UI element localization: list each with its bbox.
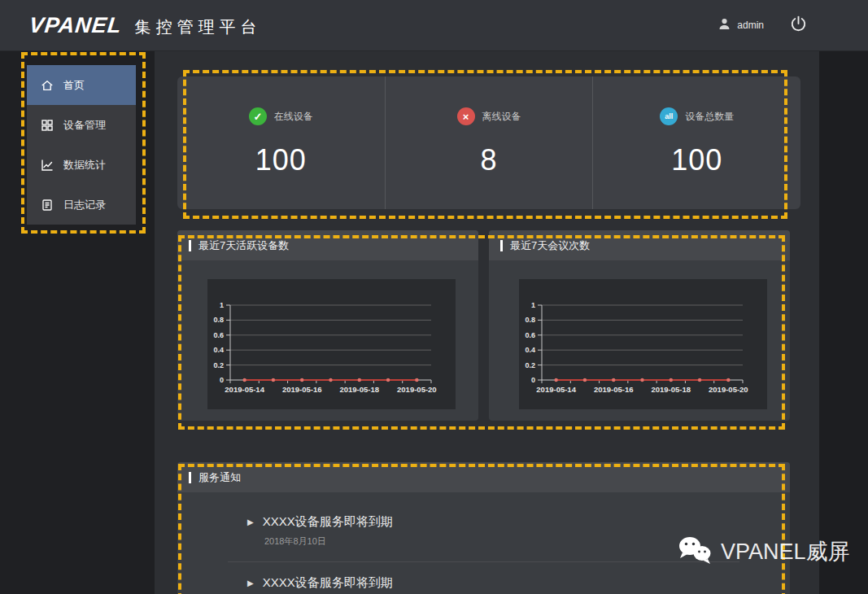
sidebar-item-home[interactable]: 首页: [27, 65, 136, 105]
brand: VPANEL 集控管理平台: [29, 13, 262, 38]
svg-text:2019-05-18: 2019-05-18: [651, 385, 691, 394]
chart-plot-area: 00.20.40.60.812019-05-142019-05-162019-0…: [207, 279, 456, 409]
notice-list: ▶XXXX设备服务即将到期2018年8月10日▶XXXX设备服务即将到期2018…: [177, 492, 790, 594]
svg-text:0: 0: [531, 376, 535, 384]
svg-text:2019-05-20: 2019-05-20: [397, 385, 437, 394]
chart-title: 最近7天活跃设备数: [198, 238, 289, 253]
svg-text:0.4: 0.4: [525, 346, 535, 354]
stat-head: all设备总数量: [660, 107, 734, 125]
title-accent-bar: [189, 240, 191, 251]
svg-text:0.6: 0.6: [525, 331, 535, 339]
svg-text:0.2: 0.2: [525, 361, 535, 369]
log-file-icon: [41, 199, 54, 212]
sidebar-item-label: 首页: [63, 78, 85, 93]
svg-text:2019-05-16: 2019-05-16: [594, 385, 634, 394]
sidebar-item-devices[interactable]: 设备管理: [27, 105, 136, 145]
chart-card-1: 最近7天活跃设备数00.20.40.60.812019-05-142019-05…: [177, 230, 478, 421]
user-menu[interactable]: admin: [718, 0, 764, 50]
notice-divider: [228, 561, 739, 562]
power-icon: [789, 15, 808, 37]
sidebar-item-label: 数据统计: [63, 158, 106, 173]
sidebar-item-stats[interactable]: 数据统计: [27, 145, 136, 185]
svg-text:0.2: 0.2: [213, 361, 224, 369]
svg-text:2019-05-20: 2019-05-20: [709, 385, 748, 394]
chart-card-header: 最近7天活跃设备数: [177, 230, 478, 260]
device-stats-card: ✓在线设备100×离线设备8all设备总数量100: [177, 76, 800, 209]
stat-label: 设备总数量: [685, 110, 734, 124]
sidebar-menu: 首页设备管理数据统计日志记录: [27, 65, 136, 225]
notice-title-row: ▶XXXX设备服务即将到期: [247, 514, 790, 530]
expand-arrow-icon: ▶: [247, 579, 254, 587]
chart-card-2: 最近7天会议次数00.20.40.60.812019-05-142019-05-…: [489, 230, 790, 421]
vpanel-logo: VPANEL: [28, 13, 123, 38]
svg-text:2019-05-18: 2019-05-18: [339, 385, 379, 394]
stat-label: 在线设备: [274, 110, 313, 124]
svg-text:0: 0: [220, 376, 224, 384]
notice-item[interactable]: ▶XXXX设备服务即将到期2018年8月10日: [177, 575, 790, 594]
svg-text:0.6: 0.6: [213, 331, 224, 339]
title-accent-bar: [500, 240, 503, 251]
svg-text:1: 1: [220, 301, 224, 309]
line-chart-plot: 00.20.40.60.812019-05-142019-05-162019-0…: [207, 279, 456, 409]
notice-title: XXXX设备服务即将到期: [263, 575, 393, 591]
stat-item: all设备总数量100: [592, 76, 800, 209]
svg-text:2019-05-14: 2019-05-14: [225, 385, 264, 394]
x-circle-icon: ×: [457, 107, 475, 125]
notice-item[interactable]: ▶XXXX设备服务即将到期2018年8月10日: [177, 514, 790, 548]
title-accent-bar: [189, 472, 191, 483]
svg-text:0.4: 0.4: [213, 346, 224, 354]
stat-label: 离线设备: [482, 110, 521, 124]
charts-row: 最近7天活跃设备数00.20.40.60.812019-05-142019-05…: [177, 230, 790, 421]
stat-value: 100: [255, 143, 307, 177]
notice-card-title: 服务通知: [198, 470, 241, 485]
stat-head: ✓在线设备: [249, 107, 313, 125]
right-edge-background: [819, 50, 868, 594]
user-icon: [718, 17, 731, 34]
all-circle-icon: all: [660, 107, 678, 125]
stat-head: ×离线设备: [457, 107, 521, 125]
sidebar-item-label: 日志记录: [63, 198, 106, 212]
svg-text:1: 1: [531, 301, 535, 309]
line-chart-plot: 00.20.40.60.812019-05-142019-05-162019-0…: [519, 279, 767, 409]
svg-text:0.8: 0.8: [213, 316, 224, 324]
line-chart-icon: [41, 159, 54, 172]
logout-power-button[interactable]: [789, 0, 808, 50]
home-icon: [41, 79, 54, 92]
notice-date: 2018年8月10日: [247, 535, 790, 548]
chart-plot-area: 00.20.40.60.812019-05-142019-05-162019-0…: [519, 279, 767, 409]
service-notice-card: 服务通知 ▶XXXX设备服务即将到期2018年8月10日▶XXXX设备服务即将到…: [177, 462, 790, 594]
svg-text:0.8: 0.8: [525, 316, 535, 324]
svg-text:2019-05-16: 2019-05-16: [282, 385, 322, 394]
expand-arrow-icon: ▶: [247, 518, 254, 526]
stat-item: ×离线设备8: [385, 76, 593, 209]
chart-card-header: 最近7天会议次数: [489, 230, 790, 260]
device-grid-icon: [41, 119, 54, 132]
stat-item: ✓在线设备100: [177, 76, 385, 209]
svg-text:2019-05-14: 2019-05-14: [536, 385, 576, 394]
chart-title: 最近7天会议次数: [510, 238, 590, 253]
check-circle-icon: ✓: [249, 107, 267, 125]
user-name: admin: [737, 20, 764, 31]
notice-title: XXXX设备服务即将到期: [263, 514, 393, 530]
top-header: VPANEL 集控管理平台 admin: [0, 0, 868, 51]
sidebar-item-label: 设备管理: [63, 118, 106, 133]
sidebar-item-logs[interactable]: 日志记录: [27, 185, 136, 225]
app-title: 集控管理平台: [135, 16, 262, 38]
notice-card-header: 服务通知: [177, 462, 790, 492]
stat-value: 8: [480, 143, 497, 177]
notice-title-row: ▶XXXX设备服务即将到期: [247, 575, 790, 591]
stat-value: 100: [671, 143, 722, 177]
